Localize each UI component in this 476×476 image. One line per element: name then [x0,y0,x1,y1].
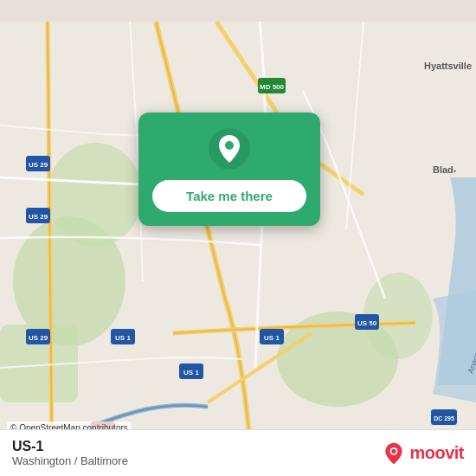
svg-text:Hyattsville: Hyattsville [424,61,472,71]
map-background: US 29 US 29 US 29 US 1 US 1 US 50 MD 500… [0,0,476,476]
svg-text:US 29: US 29 [29,213,48,221]
take-me-there-button[interactable]: Take me there [152,180,306,212]
svg-text:DC 295: DC 295 [434,415,454,421]
location-pin-icon [209,128,250,170]
route-info: US-1 Washington / Baltimore [12,439,128,467]
svg-point-32 [392,448,396,453]
popup-card: Take me there [138,113,320,226]
svg-text:US 1: US 1 [115,334,131,342]
svg-text:Blad-: Blad- [433,164,457,175]
svg-point-2 [48,143,143,247]
svg-text:US 1: US 1 [264,334,280,342]
route-name: US-1 [12,439,128,454]
moovit-pin-icon [382,441,406,466]
route-location: Washington / Baltimore [12,454,128,467]
moovit-brand-text: moovit [409,443,464,463]
bottom-bar: US-1 Washington / Baltimore moovit [0,429,476,476]
svg-point-30 [225,141,234,150]
svg-text:US 1: US 1 [183,369,199,376]
moovit-logo: moovit [382,441,464,466]
svg-text:US 29: US 29 [29,334,48,342]
svg-text:US 29: US 29 [29,161,48,169]
map-container: US 29 US 29 US 29 US 1 US 1 US 50 MD 500… [0,0,476,476]
svg-text:US 50: US 50 [357,319,377,327]
svg-text:MD 500: MD 500 [260,83,285,91]
